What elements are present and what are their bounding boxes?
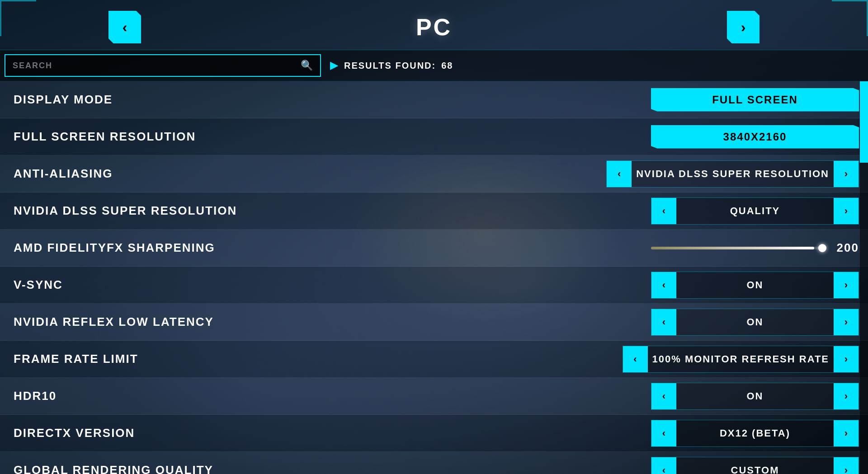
chevron-left-icon: ‹ [662,316,665,328]
amd-sharpening-slider-track[interactable] [651,247,823,249]
hdr10-next-button[interactable]: › [834,383,859,409]
setting-row-hdr10: HDR10 ‹ ON › [0,378,868,415]
setting-control-vsync: ‹ ON › [651,272,859,299]
results-label: RESULTS FOUND: [344,61,436,71]
chevron-left-icon: ‹ [662,205,665,217]
setting-label-display-mode: DISPLAY MODE [14,93,651,107]
chevron-left-icon: ‹ [618,168,621,180]
setting-control-dlss: ‹ QUALITY › [651,197,859,225]
setting-label-amd-sharpening: AMD FIDELITYFX SHARPENING [14,241,651,255]
reflex-selector: ‹ ON › [651,309,859,336]
antialiasing-prev-button[interactable]: ‹ [607,161,632,187]
nav-next-button[interactable]: › [727,11,760,43]
setting-label-antialiasing: ANTI-ALIASING [14,167,606,181]
setting-control-hdr10: ‹ ON › [651,383,859,410]
directx-selector: ‹ DX12 (BETA) › [651,420,859,447]
amd-sharpening-slider-container: 200 [651,241,859,255]
setting-row-resolution: FULL SCREEN RESOLUTION 3840X2160 [0,118,868,155]
antialiasing-selector: ‹ NVIDIA DLSS SUPER RESOLUTION › [606,160,859,188]
chevron-left-icon: ‹ [662,427,665,439]
rendering-quality-value: CUSTOM [676,465,834,474]
chevron-right-icon: › [844,427,848,439]
setting-row-antialiasing: ANTI-ALIASING ‹ NVIDIA DLSS SUPER RESOLU… [0,155,868,192]
display-mode-button[interactable]: FULL SCREEN [651,88,859,112]
corner-decoration-tr [832,0,868,36]
setting-row-reflex: NVIDIA REFLEX LOW LATENCY ‹ ON › [0,304,868,341]
scrollbar[interactable] [860,81,868,474]
chevron-left-icon: ‹ [123,19,127,36]
amd-sharpening-value: 200 [832,241,859,255]
resolution-button[interactable]: 3840X2160 [651,125,859,149]
setting-label-resolution: FULL SCREEN RESOLUTION [14,130,651,144]
directx-value: DX12 (BETA) [676,427,834,439]
dlss-prev-button[interactable]: ‹ [651,198,676,224]
hdr10-value: ON [676,390,834,402]
rendering-quality-prev-button[interactable]: ‹ [651,457,676,474]
chevron-right-icon: › [844,279,848,291]
setting-control-antialiasing: ‹ NVIDIA DLSS SUPER RESOLUTION › [606,160,859,188]
chevron-right-icon: › [844,353,848,365]
scrollbar-thumb[interactable] [860,81,868,163]
setting-control-rendering-quality: ‹ CUSTOM › [651,457,859,474]
setting-row-dlss: NVIDIA DLSS SUPER RESOLUTION ‹ QUALITY › [0,192,868,230]
setting-row-vsync: V-SYNC ‹ ON › [0,267,868,304]
setting-label-hdr10: HDR10 [14,389,651,403]
antialiasing-value: NVIDIA DLSS SUPER RESOLUTION [632,168,834,180]
setting-row-directx: DIRECTX VERSION ‹ DX12 (BETA) › [0,415,868,452]
chevron-left-icon: ‹ [662,465,665,474]
setting-control-amd-sharpening: 200 [651,241,859,255]
reflex-prev-button[interactable]: ‹ [651,309,676,335]
reflex-value: ON [676,316,834,328]
setting-row-display-mode: DISPLAY MODE FULL SCREEN [0,81,868,118]
setting-label-vsync: V-SYNC [14,278,651,292]
search-box: 🔍 [5,54,321,77]
header: ‹ PC › [0,0,868,50]
chevron-right-icon: › [844,390,848,402]
setting-label-directx: DIRECTX VERSION [14,426,651,440]
vsync-next-button[interactable]: › [834,272,859,298]
chevron-right-icon: › [844,205,848,217]
nav-prev-button[interactable]: ‹ [108,11,141,43]
settings-list: DISPLAY MODE FULL SCREEN FULL SCREEN RES… [0,81,868,474]
hdr10-prev-button[interactable]: ‹ [651,383,676,409]
setting-row-frame-rate: FRAME RATE LIMIT ‹ 100% MONITOR REFRESH … [0,341,868,378]
directx-next-button[interactable]: › [834,420,859,446]
setting-label-reflex: NVIDIA REFLEX LOW LATENCY [14,315,651,329]
setting-row-amd-sharpening: AMD FIDELITYFX SHARPENING 200 [0,230,868,267]
dlss-selector: ‹ QUALITY › [651,197,859,225]
vsync-value: ON [676,279,834,291]
antialiasing-next-button[interactable]: › [834,161,859,187]
dlss-next-button[interactable]: › [834,198,859,224]
results-found: ▶ RESULTS FOUND: 68 [330,60,453,71]
frame-rate-value: 100% MONITOR REFRESH RATE [648,353,834,365]
chevron-left-icon: ‹ [662,390,665,402]
setting-label-rendering-quality: GLOBAL RENDERING QUALITY [14,463,651,474]
vsync-selector: ‹ ON › [651,272,859,299]
page-title: PC [416,14,452,41]
reflex-next-button[interactable]: › [834,309,859,335]
search-input[interactable] [13,61,295,70]
chevron-right-icon: › [844,465,848,474]
chevron-right-icon: › [844,168,848,180]
frame-rate-selector: ‹ 100% MONITOR REFRESH RATE › [623,346,859,373]
hdr10-selector: ‹ ON › [651,383,859,410]
frame-rate-prev-button[interactable]: ‹ [623,346,648,372]
setting-control-resolution: 3840X2160 [651,125,859,149]
vsync-prev-button[interactable]: ‹ [651,272,676,298]
chevron-left-icon: ‹ [633,353,637,365]
corner-decoration-tl [0,0,36,36]
frame-rate-next-button[interactable]: › [834,346,859,372]
amd-sharpening-slider-fill [651,247,814,249]
setting-label-dlss: NVIDIA DLSS SUPER RESOLUTION [14,204,651,218]
search-icon: 🔍 [301,60,313,71]
setting-control-display-mode: FULL SCREEN [651,88,859,112]
results-count: 68 [441,61,453,71]
chevron-left-icon: ‹ [662,279,665,291]
results-arrow-icon: ▶ [330,60,339,71]
directx-prev-button[interactable]: ‹ [651,420,676,446]
dlss-value: QUALITY [676,205,834,217]
rendering-quality-selector: ‹ CUSTOM › [651,457,859,474]
rendering-quality-next-button[interactable]: › [834,457,859,474]
setting-label-frame-rate: FRAME RATE LIMIT [14,352,623,366]
search-row: 🔍 ▶ RESULTS FOUND: 68 [0,50,868,81]
